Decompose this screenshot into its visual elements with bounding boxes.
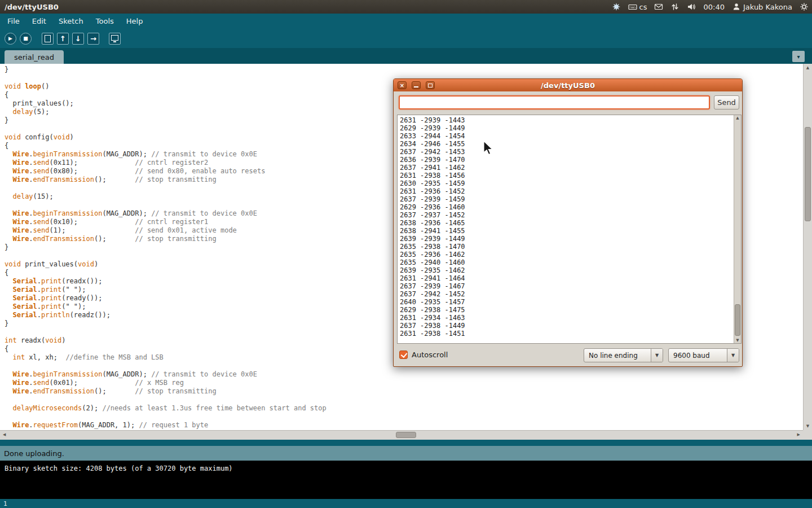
monitor-icon — [109, 33, 120, 44]
verify-button[interactable] — [5, 33, 16, 45]
tab-menu-button[interactable] — [792, 51, 805, 62]
clock[interactable]: 00:40 — [703, 3, 724, 11]
serial-line: 2629 -2939 -1449 — [400, 124, 731, 132]
chevron-down-icon[interactable]: ▼ — [727, 349, 739, 362]
user-menu[interactable]: Jakub Kakona — [732, 2, 792, 11]
user-icon — [732, 2, 741, 11]
mail-icon[interactable] — [654, 2, 663, 11]
mouse-cursor — [483, 141, 496, 157]
autoscroll-label: Autoscroll — [412, 351, 448, 359]
serial-line: 2630 -2935 -1459 — [400, 179, 731, 187]
baud-rate-select[interactable]: 9600 baud ▼ — [668, 348, 739, 362]
open-sketch-button[interactable] — [57, 33, 69, 45]
serial-scroll-down-arrow[interactable]: ▼ — [734, 338, 741, 343]
serial-line: 2639 -2935 -1462 — [400, 266, 731, 274]
page-icon — [42, 33, 53, 44]
menu-sketch[interactable]: Sketch — [52, 15, 90, 28]
status-message: Done uploading. — [4, 449, 64, 458]
window-controls: × — [398, 81, 435, 89]
close-button[interactable]: × — [398, 81, 407, 89]
toolbar — [0, 29, 812, 48]
menu-edit[interactable]: Edit — [26, 15, 52, 28]
code-line: delayMicroseconds(2); //needs at least 1… — [5, 404, 803, 413]
send-button[interactable]: Send — [714, 95, 739, 110]
code-line — [5, 396, 803, 404]
scroll-left-arrow[interactable]: ◀ — [3, 432, 6, 437]
tab-label: serial_read — [14, 53, 54, 62]
maximize-button[interactable] — [426, 81, 435, 89]
menu-help[interactable]: Help — [120, 15, 149, 28]
app-indicator-icon[interactable] — [612, 2, 621, 11]
menu-tools[interactable]: Tools — [90, 15, 120, 28]
vertical-scroll-thumb[interactable] — [805, 127, 811, 221]
build-console: Binary sketch size: 4208 bytes (of a 307… — [0, 461, 812, 499]
serial-scroll-thumb[interactable] — [735, 304, 740, 336]
top-panel: /dev/ttyUSB0 cs 00:40 Jakub Kakona — [0, 0, 812, 14]
menubar: FileEditSketchToolsHelp — [0, 14, 812, 29]
console-text: Binary sketch size: 4208 bytes (of a 307… — [5, 465, 233, 472]
serial-line: 2635 -2940 -1460 — [400, 259, 731, 266]
serial-monitor-button[interactable] — [109, 33, 121, 45]
horizontal-scroll-thumb[interactable] — [396, 432, 416, 438]
serial-line: 2639 -2939 -1449 — [400, 235, 731, 243]
code-line: Wire.endTransmission(); // stop transmit… — [5, 387, 803, 396]
serial-line: 2631 -2936 -1452 — [400, 187, 731, 195]
serial-send-input[interactable] — [399, 95, 710, 110]
line-number: 1 — [3, 500, 7, 507]
right-icon — [88, 33, 99, 44]
serial-line: 2631 -2941 -1464 — [400, 274, 731, 282]
editor-horizontal-scrollbar[interactable]: ◀ ▶ — [0, 430, 803, 440]
code-line: Wire.beginTransmission(MAG_ADDR); // tra… — [5, 370, 803, 379]
volume-icon[interactable] — [687, 2, 696, 11]
autoscroll-checkbox[interactable] — [399, 351, 408, 359]
serial-line: 2637 -2938 -1449 — [400, 322, 731, 330]
scroll-up-arrow[interactable]: ▲ — [804, 65, 812, 70]
upload-button[interactable] — [87, 33, 99, 45]
serial-line: 2638 -2941 -1455 — [400, 227, 731, 235]
serial-line: 2633 -2944 -1454 — [400, 132, 731, 140]
code-line: Wire.send(0x01); // x MSB reg — [5, 379, 803, 387]
serial-line: 2631 -2938 -1456 — [400, 172, 731, 179]
serial-output[interactable]: 2631 -2939 -14432629 -2939 -14492633 -29… — [398, 115, 734, 343]
user-name-label: Jakub Kakona — [743, 3, 792, 11]
send-button-label: Send — [717, 98, 736, 107]
stop-icon — [20, 33, 31, 44]
keyboard-icon — [628, 2, 637, 11]
serial-scrollbar[interactable]: ▲ ▼ — [734, 115, 741, 343]
down-icon — [73, 33, 83, 44]
system-tray: cs 00:40 Jakub Kakona — [612, 0, 809, 14]
serial-line: 2637 -2939 -1467 — [400, 282, 731, 290]
close-icon: × — [400, 82, 404, 89]
new-sketch-button[interactable] — [42, 33, 54, 45]
serial-scroll-up-arrow[interactable]: ▲ — [734, 116, 741, 120]
save-sketch-button[interactable] — [72, 33, 84, 45]
serial-monitor-titlebar[interactable]: × /dev/ttyUSB0 — [394, 79, 742, 91]
serial-line: 2631 -2938 -1451 — [400, 330, 731, 338]
serial-line: 2631 -2934 -1463 — [400, 314, 731, 322]
tab-serial-read[interactable]: serial_read — [5, 50, 64, 64]
chevron-down-icon[interactable]: ▼ — [651, 349, 663, 362]
serial-line: 2636 -2939 -1470 — [400, 156, 731, 164]
serial-monitor-title: /dev/ttyUSB0 — [541, 81, 595, 90]
play-icon — [5, 33, 16, 44]
serial-line: 2635 -2938 -1470 — [400, 243, 731, 251]
menu-file[interactable]: File — [1, 15, 26, 28]
minimize-icon — [414, 86, 418, 87]
code-line: Wire.requestFrom(MAG_ADDR, 1); // reques… — [5, 421, 803, 430]
serial-line: 2631 -2939 -1443 — [400, 116, 731, 124]
serial-line: 2637 -2937 -1452 — [400, 211, 731, 219]
scrollbar-corner — [803, 430, 812, 440]
session-gear-icon[interactable] — [800, 2, 809, 11]
scroll-right-arrow[interactable]: ▶ — [797, 432, 800, 437]
maximize-icon — [428, 84, 433, 87]
serial-line: 2637 -2942 -1452 — [400, 290, 731, 298]
keyboard-layout-indicator[interactable]: cs — [628, 2, 647, 11]
scroll-down-arrow[interactable]: ▼ — [804, 424, 812, 428]
status-bar: Done uploading. — [0, 446, 812, 461]
editor-vertical-scrollbar[interactable]: ▲ ▼ — [803, 64, 812, 430]
sync-arrows-icon[interactable] — [670, 2, 679, 11]
serial-monitor-window: × /dev/ttyUSB0 Send 2631 -2939 -14432629… — [393, 78, 743, 367]
line-ending-select[interactable]: No line ending ▼ — [584, 348, 663, 362]
stop-button[interactable] — [20, 33, 32, 45]
minimize-button[interactable] — [412, 81, 421, 89]
